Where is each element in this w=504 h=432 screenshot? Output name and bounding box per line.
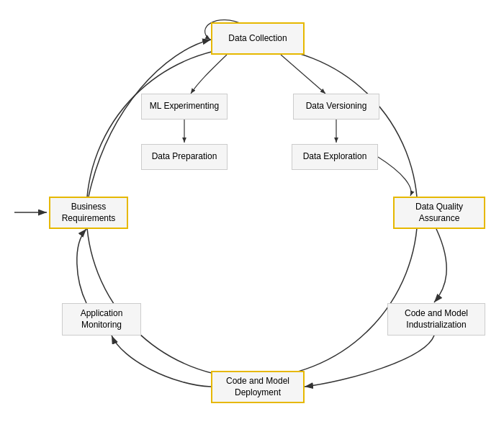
node-code-model-industrialization-label: Code and ModelIndustrialization xyxy=(405,308,468,330)
dqa-to-cmi-arrow xyxy=(434,229,446,302)
node-data-preparation[interactable]: Data Preparation xyxy=(141,144,228,170)
node-application-monitoring[interactable]: ApplicationMonitoring xyxy=(62,303,141,336)
node-data-quality-assurance[interactable]: Data QualityAssurance xyxy=(393,197,485,229)
node-data-quality-assurance-label: Data QualityAssurance xyxy=(415,202,463,224)
node-code-model-deployment[interactable]: Code and ModelDeployment xyxy=(211,371,305,403)
node-data-collection-label: Data Collection xyxy=(228,33,287,45)
dc-to-mle-arrow xyxy=(191,55,227,94)
node-code-model-industrialization[interactable]: Code and ModelIndustrialization xyxy=(387,303,485,336)
node-data-versioning[interactable]: Data Versioning xyxy=(293,94,379,120)
de-to-dqa-arrow xyxy=(378,157,411,196)
am-to-br-arrow xyxy=(77,229,86,303)
node-data-exploration[interactable]: Data Exploration xyxy=(292,144,378,170)
node-data-exploration-label: Data Exploration xyxy=(303,151,367,163)
node-data-collection[interactable]: Data Collection xyxy=(211,22,305,55)
node-application-monitoring-label: ApplicationMonitoring xyxy=(81,308,123,330)
cmd-to-am-arrow xyxy=(112,336,211,387)
diagram-container: Data Collection Data Versioning Data Exp… xyxy=(0,0,504,432)
node-ml-experimenting-label: ML Experimenting xyxy=(150,101,219,112)
node-code-model-deployment-label: Code and ModelDeployment xyxy=(226,376,289,398)
node-business-requirements[interactable]: BusinessRequirements xyxy=(49,197,128,229)
node-ml-experimenting[interactable]: ML Experimenting xyxy=(141,94,228,120)
node-data-versioning-label: Data Versioning xyxy=(306,101,367,112)
node-data-preparation-label: Data Preparation xyxy=(152,151,217,163)
node-business-requirements-label: BusinessRequirements xyxy=(62,202,116,224)
